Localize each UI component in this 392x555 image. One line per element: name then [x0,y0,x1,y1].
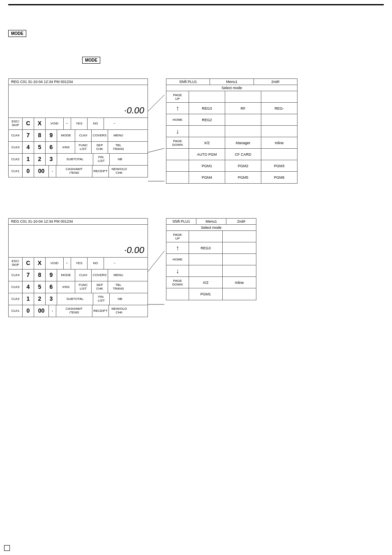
mp-cell-inline-2[interactable]: Inline [223,277,256,288]
mode-button-1[interactable]: MODE [8,30,26,37]
kb-cell-x-2[interactable]: X [34,258,46,269]
mp-cell-pgm1-2[interactable]: PGM1 [189,288,223,300]
mp-nav-home-1[interactable]: HOME [166,114,189,125]
kb-cell-yes-2[interactable]: YES [71,258,88,269]
kb-cell-back-2[interactable]: ← [64,258,71,269]
kb-cell-5[interactable]: 5 [34,142,46,153]
kb-cell-6-2[interactable]: 6 [46,281,57,293]
kb-cell-no[interactable]: NO [88,118,104,129]
kb-cell-nb-2[interactable]: NB [110,293,130,305]
kb-cell-0-2[interactable]: 0 [23,305,34,317]
kb-cell-hashns-2[interactable]: #/NS [57,281,75,293]
mp-cell-pgm4[interactable]: PGM4 [189,172,225,183]
kb-cell-void[interactable]: VOID [46,118,64,129]
mp-cell-inline[interactable]: Inline [261,137,297,148]
kb-cell-tbltrans[interactable]: TBLTRANS [108,142,129,153]
kb-cell-subtotal[interactable]: SUBTOTAL [57,154,93,165]
kb-cell-5-2[interactable]: 5 [34,281,46,293]
mp-cell-manager[interactable]: Manager [225,137,261,148]
kb-cell-c-2[interactable]: C [23,258,34,269]
kb-cell-4[interactable]: 4 [23,142,34,153]
kb-cell-8-2[interactable]: 8 [34,269,46,281]
kb-cell-9[interactable]: 9 [46,130,57,141]
bottom-checkbox[interactable] [4,545,10,551]
kb-cell-menu[interactable]: MENU [108,130,129,141]
kb-cell-finlist[interactable]: FIN.LIST [93,154,110,165]
kb-cell-tbltrans-2[interactable]: TBLTRANS [108,281,129,293]
kb-cell-9-2[interactable]: 9 [46,269,57,281]
mp-nav-pageup-2[interactable]: PAGEUP [166,231,189,242]
kb-cell-4-2[interactable]: 4 [23,281,34,293]
kb-cell-1-2[interactable]: 1 [23,293,34,305]
kb-cell-mode[interactable]: MODE [57,130,75,141]
mp-cell-xz-2[interactable]: X/Z [189,277,223,288]
mp-cell-pgm3[interactable]: PGM3 [261,160,297,171]
mp-cell-reg2[interactable]: REG2 [189,114,225,125]
mp-cell-pgm1[interactable]: PGM1 [189,160,225,171]
mp-cell-cfcard[interactable]: CF CARD [225,149,261,160]
kb-cell-7-2[interactable]: 7 [23,269,34,281]
kb-cell-clkhash-2[interactable]: CLK# [75,269,92,281]
kb-cell-nb[interactable]: NB [110,154,130,165]
mp-cell-pgm6[interactable]: PGM6 [261,172,297,183]
mp-cell-rf[interactable]: RF [225,103,261,114]
kb-cell-mode-2[interactable]: MODE [57,269,75,281]
mp-cell-autopgm[interactable]: AUTO PGM [189,149,225,160]
kb-cell-sepchk-2[interactable]: SEPCHK [92,281,108,293]
kb-cell-funclist[interactable]: FUNCLIST [75,142,92,153]
kb-cell-newoldchk[interactable]: NEW/OLDCHK [109,166,129,177]
mp-nav-up-1[interactable]: ↑ [166,103,189,114]
kb-cell-covers[interactable]: COVERS [92,130,108,141]
mp-nav-pagedown-2[interactable]: PAGEDOWN [166,277,189,288]
kb-cell-esc[interactable]: ESC/SKIP [9,118,23,129]
mp-cell-reg3-2[interactable]: REG3 [189,242,223,253]
kb-cell-funclist-2[interactable]: FUNCLIST [75,281,92,293]
kb-cell-3-2[interactable]: 3 [46,293,57,305]
kb-cell-cashamt-2[interactable]: CASH/AMT/TEND [56,305,92,317]
mp-nav-down-2[interactable]: ↓ [166,265,189,276]
kb-cell-hashns[interactable]: #/NS [57,142,75,153]
mp-cell-pgm2[interactable]: PGM2 [225,160,261,171]
kb-cell-finlist-2[interactable]: FIN.LIST [93,293,110,305]
kb-cell-newoldchk-2[interactable]: NEW/OLDCHK [109,305,129,317]
kb-cell-7[interactable]: 7 [23,130,34,141]
kb-cell-00-2[interactable]: 00 [34,305,49,317]
mp-nav-home-2[interactable]: HOME [166,254,189,265]
kb-cell-right-2[interactable]: → [104,258,125,269]
kb-cell-no-2[interactable]: NO [88,258,104,269]
kb-cell-arrow-right[interactable]: → [104,118,125,129]
kb-cell-cashamt[interactable]: CASH/AMT/TEND [56,166,92,177]
mp-nav-up-2[interactable]: ↑ [166,242,189,253]
kb-cell-clkhash[interactable]: CLK# [75,130,92,141]
kb-cell-1[interactable]: 1 [23,154,34,165]
kb-cell-receipt[interactable]: RECEIPT [92,166,109,177]
mp-cell-regminus[interactable]: REG- [261,103,297,114]
kb-cell-2-2[interactable]: 2 [34,293,46,305]
kb-cell-void-2[interactable]: VOID [46,258,64,269]
kb-cell-8[interactable]: 8 [34,130,46,141]
kb-cell-subtotal-2[interactable]: SUBTOTAL [57,293,93,305]
mp-nav-pagedown-1[interactable]: PAGEDOWN [166,137,189,148]
mode-button-2[interactable]: MODE [82,57,100,64]
kb-cell-6[interactable]: 6 [46,142,57,153]
mp-nav-down-1[interactable]: ↓ [166,126,189,137]
mp-cell-pgm5[interactable]: PGM5 [225,172,261,183]
kb-cell-covers-2[interactable]: COVERS [92,269,108,281]
kb-cell-dot-2[interactable]: · [49,305,56,317]
mp-cell-xz[interactable]: X/Z [189,137,225,148]
kb-cell-x[interactable]: X [34,118,46,129]
kb-cell-dot[interactable]: · [49,166,56,177]
kb-cell-menu-2[interactable]: MENU [108,269,129,281]
kb-cell-0[interactable]: 0 [23,166,34,177]
mp-cell-reg3[interactable]: REG3 [189,103,225,114]
kb-cell-3[interactable]: 3 [46,154,57,165]
kb-cell-c[interactable]: C [23,118,34,129]
kb-cell-receipt-2[interactable]: RECEIPT [92,305,109,317]
kb-cell-yes[interactable]: YES [71,118,88,129]
kb-cell-2[interactable]: 2 [34,154,46,165]
kb-cell-sepchk[interactable]: SEPCHK [92,142,108,153]
mp-nav-pageup-1[interactable]: PAGEUP [166,91,189,102]
kb-cell-esc-2[interactable]: ESC/SKIP [9,258,23,269]
kb-cell-00[interactable]: 00 [34,166,49,177]
kb-cell-back[interactable]: ← [64,118,71,129]
